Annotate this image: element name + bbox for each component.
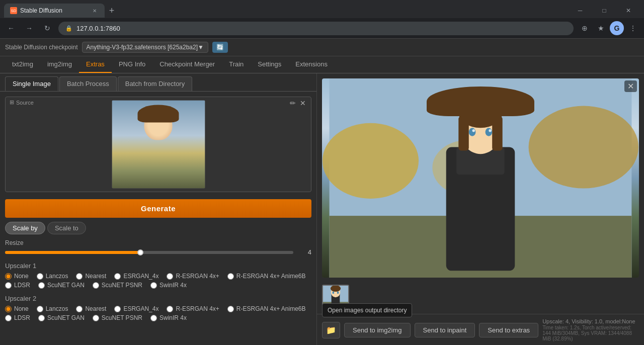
upscaler2-lanczos[interactable]: Lanczos bbox=[37, 305, 68, 312]
scale-tabs: Scale by Scale to bbox=[5, 222, 311, 234]
upscaler1-esrgan4x[interactable]: ESRGAN_4x bbox=[114, 273, 158, 280]
right-panel: ✕ bbox=[317, 73, 644, 345]
resize-slider-track[interactable] bbox=[5, 251, 293, 254]
tab-pnginfo[interactable]: PNG Info bbox=[112, 56, 152, 73]
upscaler2-options: None Lanczos Nearest ESRGAN_4x R-ESRGAN … bbox=[5, 305, 311, 321]
profile-btn[interactable]: G bbox=[610, 21, 624, 35]
forward-btn[interactable]: → bbox=[22, 21, 36, 35]
upscaler1-none[interactable]: None bbox=[5, 273, 29, 280]
tab-img2img[interactable]: img2img bbox=[40, 56, 79, 73]
tab-extras[interactable]: Extras bbox=[79, 56, 112, 73]
refresh-btn[interactable]: ↻ bbox=[40, 21, 54, 35]
svg-rect-10 bbox=[492, 116, 502, 150]
send-extras-btn[interactable]: Send to extras bbox=[479, 323, 538, 337]
tab-txt2img[interactable]: txt2img bbox=[5, 56, 40, 73]
upscaler2-ldsr[interactable]: LDSR bbox=[5, 314, 30, 321]
status-text: Upscale: 4, Visibility: 1.0, model:None … bbox=[542, 318, 639, 341]
generate-btn[interactable]: Generate bbox=[5, 199, 311, 218]
send-img2img-btn[interactable]: Send to img2img bbox=[344, 323, 411, 337]
slider-fill bbox=[5, 251, 140, 254]
upscaler2-resrgan4x[interactable]: R-ESRGAN 4x+ bbox=[167, 305, 219, 312]
bookmarks-btn[interactable]: ★ bbox=[594, 21, 608, 35]
close-window-btn[interactable]: ✕ bbox=[617, 3, 640, 19]
output-thumbnail[interactable] bbox=[322, 285, 349, 312]
upscaler1-scunetgan[interactable]: ScuNET GAN bbox=[38, 282, 85, 289]
upscaler2-scunetpsnr[interactable]: ScuNET PSNR bbox=[93, 314, 142, 321]
source-actions: ✏ ✕ bbox=[289, 99, 307, 107]
open-folder-btn[interactable]: 📁 bbox=[322, 322, 340, 338]
svg-point-11 bbox=[469, 128, 476, 136]
address-bar-row: ← → ↻ 🔒 127.0.0.1:7860 ⊕ ★ G ⋮ bbox=[0, 18, 644, 38]
upscaler1-title: Upscaler 1 bbox=[5, 262, 311, 270]
new-tab-btn[interactable]: + bbox=[105, 4, 119, 18]
address-bar[interactable]: 🔒 127.0.0.1:7860 bbox=[58, 22, 574, 35]
upscale-status: Upscale: 4, Visibility: 1.0, model:None bbox=[542, 318, 639, 324]
top-bar: Stable Diffusion checkpoint Anything-V3-… bbox=[0, 39, 644, 56]
upscaler1-swinir[interactable]: SwinIR 4x bbox=[150, 282, 187, 289]
app-container: Stable Diffusion checkpoint Anything-V3-… bbox=[0, 39, 644, 345]
tab-bar: SD Stable Diffusion ✕ + ─ □ ✕ bbox=[0, 0, 644, 18]
checkpoint-label: Stable Diffusion checkpoint bbox=[5, 44, 78, 51]
sub-tab-batch-dir[interactable]: Batch from Directory bbox=[118, 76, 192, 91]
chevron-down-icon: ▼ bbox=[198, 44, 204, 51]
upscaler1-scunetpsnr[interactable]: ScuNET PSNR bbox=[93, 282, 142, 289]
security-icon: 🔒 bbox=[65, 25, 72, 32]
resize-value: 4 bbox=[297, 248, 311, 256]
upscaler1-resrgan4x[interactable]: R-ESRGAN 4x+ bbox=[167, 273, 219, 280]
source-area: ⊞ Source ✏ ✕ bbox=[5, 97, 311, 192]
sub-tabs: Single Image Batch Process Batch from Di… bbox=[0, 73, 316, 92]
upscaler2-esrgan4x[interactable]: ESRGAN_4x bbox=[114, 305, 158, 312]
close-output-btn[interactable]: ✕ bbox=[624, 80, 637, 92]
tab-settings[interactable]: Settings bbox=[251, 56, 288, 73]
time-text: Time taken: 1.2s, Torch active/reserved:… bbox=[542, 325, 639, 341]
folder-icon: 📁 bbox=[326, 325, 336, 335]
checkpoint-select[interactable]: Anything-V3-fp32.safetensors [625a2ba2] … bbox=[82, 42, 208, 53]
checkpoint-refresh-btn[interactable]: 🔄 bbox=[212, 42, 228, 53]
main-content: Single Image Batch Process Batch from Di… bbox=[0, 73, 644, 345]
svg-point-21 bbox=[337, 292, 339, 294]
browser-tab[interactable]: SD Stable Diffusion ✕ bbox=[4, 4, 105, 18]
resize-slider-section: Resize 4 bbox=[5, 239, 311, 256]
back-btn[interactable]: ← bbox=[4, 21, 18, 35]
tab-extensions[interactable]: Extensions bbox=[288, 56, 335, 73]
tab-train[interactable]: Train bbox=[222, 56, 251, 73]
left-panel: Single Image Batch Process Batch from Di… bbox=[0, 73, 317, 345]
scale-to-tab[interactable]: Scale to bbox=[47, 222, 86, 234]
source-label: ⊞ Source bbox=[10, 99, 34, 106]
browser-chrome: SD Stable Diffusion ✕ + ─ □ ✕ ← → ↻ 🔒 12… bbox=[0, 0, 644, 39]
tab-title: Stable Diffusion bbox=[20, 7, 62, 14]
upscaler2-none[interactable]: None bbox=[5, 305, 29, 312]
edit-source-btn[interactable]: ✏ bbox=[289, 99, 297, 107]
svg-point-12 bbox=[486, 128, 493, 136]
upscaler2-nearest[interactable]: Nearest bbox=[76, 305, 106, 312]
upscaler1-lanczos[interactable]: Lanczos bbox=[37, 273, 68, 280]
upscaler1-ldsr[interactable]: LDSR bbox=[5, 282, 30, 289]
upscaler2-section: Upscaler 2 None Lanczos Nearest ESRGAN_4… bbox=[5, 295, 311, 321]
upscaler1-nearest[interactable]: Nearest bbox=[76, 273, 106, 280]
resize-label: Resize bbox=[5, 239, 311, 246]
upscaler1-resrgan-anime6b[interactable]: R-ESRGAN 4x+ Anime6B bbox=[227, 273, 306, 280]
scale-by-tab[interactable]: Scale by bbox=[5, 222, 45, 234]
clear-source-btn[interactable]: ✕ bbox=[299, 99, 307, 107]
svg-point-1 bbox=[323, 123, 419, 199]
url-text: 127.0.0.1:7860 bbox=[76, 25, 120, 32]
upscaler1-options: None Lanczos Nearest ESRGAN_4x R-ESRGAN … bbox=[5, 273, 311, 289]
output-anime-figure bbox=[322, 78, 639, 278]
more-btn[interactable]: ⋮ bbox=[626, 21, 640, 35]
sub-tab-single[interactable]: Single Image bbox=[5, 76, 58, 91]
svg-point-13 bbox=[472, 129, 475, 132]
send-inpaint-btn[interactable]: Send to inpaint bbox=[415, 323, 475, 337]
svg-rect-9 bbox=[458, 116, 468, 150]
upscaler1-section: Upscaler 1 None Lanczos Nearest ESRGAN_4… bbox=[5, 262, 311, 289]
tab-close-btn[interactable]: ✕ bbox=[91, 7, 99, 15]
extensions-btn[interactable]: ⊕ bbox=[578, 21, 592, 35]
upscaler2-swinir[interactable]: SwinIR 4x bbox=[150, 314, 187, 321]
upscaler2-resrgan-anime6b[interactable]: R-ESRGAN 4x+ Anime6B bbox=[227, 305, 306, 312]
slider-thumb[interactable] bbox=[137, 249, 143, 255]
maximize-btn[interactable]: □ bbox=[593, 3, 616, 19]
sub-tab-batch[interactable]: Batch Process bbox=[59, 76, 117, 91]
tab-checkpoint-merger[interactable]: Checkpoint Merger bbox=[152, 56, 222, 73]
output-image bbox=[322, 78, 639, 278]
upscaler2-scunetgan[interactable]: ScuNET GAN bbox=[38, 314, 85, 321]
minimize-btn[interactable]: ─ bbox=[569, 3, 592, 19]
